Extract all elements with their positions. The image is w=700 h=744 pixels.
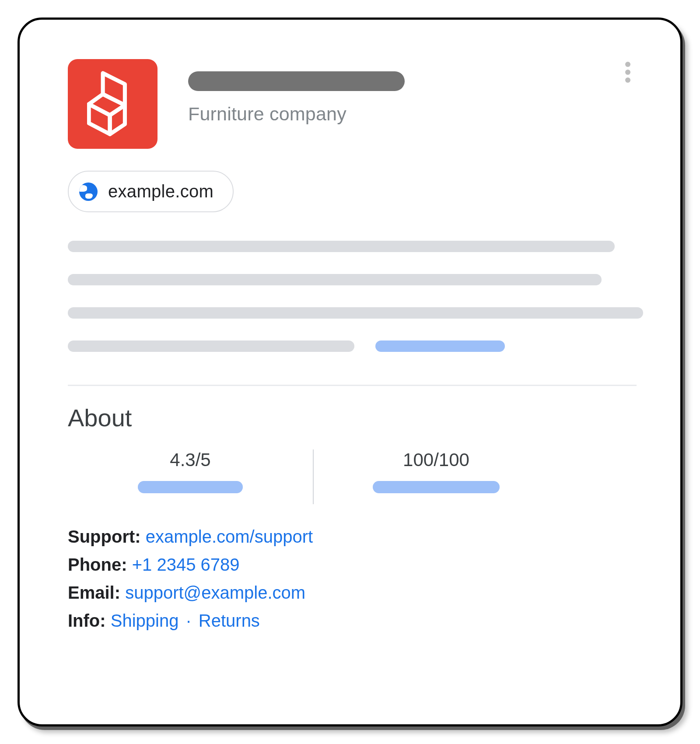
placeholder-line (68, 340, 354, 352)
email-label: Email: (68, 583, 120, 602)
kebab-dot (625, 62, 630, 67)
support-row: Support: example.com/support (68, 528, 637, 545)
phone-label: Phone: (68, 555, 127, 574)
panel-header: Furniture company (68, 59, 637, 149)
company-name-redacted (188, 71, 405, 91)
email-row: Email: support@example.com (68, 584, 637, 601)
rating-label-placeholder (138, 481, 243, 493)
support-label: Support: (68, 527, 141, 546)
title-block: Furniture company (188, 59, 405, 125)
score-metric: 100/100 (314, 449, 559, 509)
phone-link[interactable]: +1 2345 6789 (132, 555, 240, 574)
kebab-dot (625, 77, 630, 83)
chair-logo-icon (87, 69, 139, 139)
description-placeholder (68, 241, 637, 352)
company-category: Furniture company (188, 103, 405, 125)
placeholder-line (68, 274, 602, 285)
info-separator: · (184, 611, 194, 630)
placeholder-line (68, 241, 615, 252)
score-value: 100/100 (403, 449, 469, 470)
kebab-dot (625, 70, 630, 75)
website-chip[interactable]: example.com (68, 171, 234, 212)
shipping-link[interactable]: Shipping (111, 611, 179, 630)
about-heading: About (68, 404, 637, 432)
more-options-button[interactable] (619, 59, 637, 85)
section-divider (68, 385, 637, 386)
knowledge-panel-card: Furniture company example.com About 4.3/… (18, 18, 682, 726)
returns-link[interactable]: Returns (199, 611, 260, 630)
contact-section: Support: example.com/support Phone: +1 2… (68, 528, 637, 629)
company-logo (68, 59, 158, 149)
rating-value: 4.3/5 (170, 449, 210, 470)
info-row: Info: Shipping · Returns (68, 612, 637, 629)
phone-row: Phone: +1 2345 6789 (68, 556, 637, 573)
support-link[interactable]: example.com/support (146, 527, 313, 546)
info-label: Info: (68, 611, 106, 630)
score-label-placeholder (373, 481, 500, 493)
svg-marker-2 (89, 104, 110, 134)
metrics-row: 4.3/5 100/100 (68, 449, 637, 509)
placeholder-line (68, 307, 643, 319)
email-link[interactable]: support@example.com (125, 583, 305, 602)
rating-metric: 4.3/5 (68, 449, 313, 509)
globe-icon (79, 182, 98, 201)
svg-marker-3 (110, 105, 125, 134)
website-chip-label: example.com (108, 182, 214, 201)
placeholder-link[interactable] (375, 340, 505, 352)
